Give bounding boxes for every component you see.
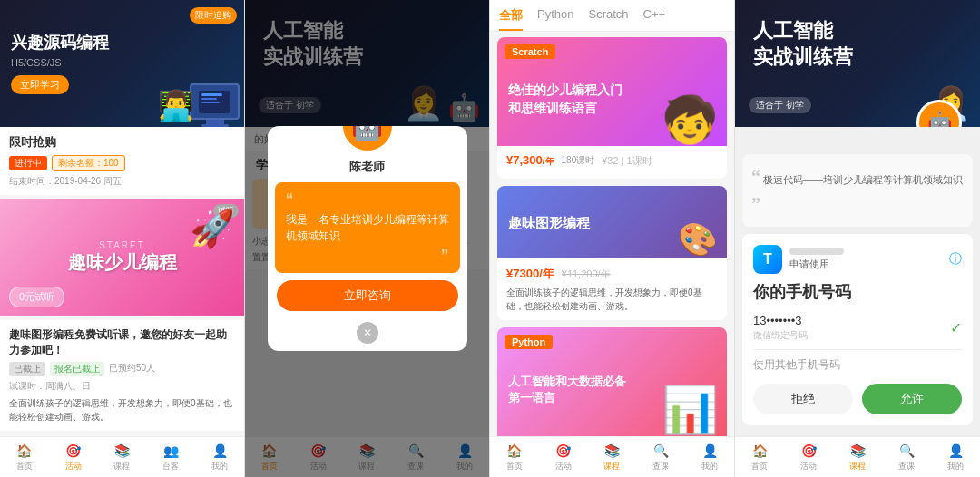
home-icon: 🏠 [16, 443, 33, 459]
scratch-info: ¥7,300/年 180课时 ¥32 | 1课时 [497, 146, 727, 179]
robot-icon: 🤖 [351, 126, 383, 141]
python-title: 人工智能和大数据必备第一语言 [508, 374, 626, 406]
tab-python[interactable]: Python [537, 7, 573, 31]
panel3-nav-activity[interactable]: 🎯 活动 [555, 443, 572, 472]
shapes-desc: 全面训练孩子的逻辑思维，开发想象力，即便0基础，也能轻松创建动画、游戏。 [506, 286, 718, 313]
panel4-bottom-nav: 🏠 首页 🎯 活动 📚 课程 🔍 查课 👤 我的 [735, 436, 980, 477]
home-icon-3: 🏠 [506, 443, 523, 459]
panel4-hero-title: 人工智能实战训练营 [753, 18, 853, 70]
scratch-badge: Scratch [505, 44, 555, 59]
panel3-nav-home[interactable]: 🏠 首页 [506, 443, 523, 472]
panel4-nav-activity-label: 活动 [800, 461, 817, 472]
panel4-phone-label: 微信绑定号码 [753, 329, 808, 342]
panel4-nav-home-label: 首页 [751, 461, 768, 472]
panel-3: 全部 Python Scratch C++ Scratch 绝佳的少儿编程入门和… [490, 0, 735, 477]
panel-2: 人工智能实战训练营 适合于 初学 👩‍💼 🤖 🤖 陈老师 “ 我是一名专业培训少… [245, 0, 490, 477]
profile-icon-3: 👤 [701, 443, 718, 459]
panel4-app-info: 申请使用 [789, 248, 844, 271]
panel1-hero-text: 兴趣源码编程 H5/CSS/JS 立即学习 [11, 33, 109, 94]
search-icon-3: 🔍 [652, 443, 669, 459]
panel4-nav-profile-label: 我的 [947, 461, 964, 472]
panel4-quote-text: “ 极速代码——培训少儿编程等计算机领域知识 ” [751, 163, 964, 218]
panel1-nav-profile-label: 我的 [211, 461, 228, 472]
panel3-nav-courses[interactable]: 📚 课程 [603, 443, 620, 472]
panel1-nav-courses-label: 课程 [113, 461, 130, 472]
panel2-quote-text: 我是一名专业培训少儿编程等计算机领域知识 [286, 211, 449, 244]
panel3-nav-profile-label: 我的 [701, 461, 718, 472]
panel1-nav-courses[interactable]: 📚 课程 [113, 443, 130, 472]
tab-scratch[interactable]: Scratch [588, 7, 628, 31]
panel2-quote-open: “ [286, 191, 449, 208]
python-card-bg: Python 人工智能和大数据必备第一语言 📊 [497, 327, 727, 436]
panel1-registered-count: 已预约50人 [109, 362, 155, 376]
panel4-nav-courses[interactable]: 📚 课程 [849, 443, 866, 472]
panel1-course-desc: 趣味图形编程免费试听课，邀您的好友一起助力参加吧！ 已截止 报名已截止 已预约5… [0, 320, 244, 431]
panel2-modal-teacher: 🤖 陈老师 [268, 126, 467, 175]
course-card-scratch[interactable]: Scratch 绝佳的少儿编程入门和思维训练语言 🧒 ¥7,300/年 180课… [497, 37, 727, 179]
courses-icon-3: 📚 [603, 443, 620, 459]
panel4-request-label: 申请使用 [789, 258, 844, 271]
shapes-price: ¥7300/年 [506, 266, 554, 282]
scratch-price: ¥7,300/年 [506, 153, 554, 168]
panel1-nav-profile[interactable]: 👤 我的 [211, 443, 228, 472]
panel2-modal-avatar: 🤖 [340, 126, 395, 153]
panel2-modal-close-button[interactable]: ✕ [357, 322, 378, 344]
panel2-cta-button[interactable]: 立即咨询 [277, 280, 458, 311]
course-card-shapes[interactable]: 趣味图形编程 🎨 ¥7300/年 ¥11,200/年 全面训练孩子的逻辑思维，开… [497, 186, 727, 320]
panel3-nav-profile[interactable]: 👤 我的 [701, 443, 718, 472]
panel1-hero-title: 兴趣源码编程 [11, 33, 109, 54]
panel1-nav-activity[interactable]: 🎯 活动 [65, 443, 82, 472]
panel4-nav-search[interactable]: 🔍 查课 [898, 443, 915, 472]
panel4-check-icon: ✓ [950, 319, 962, 336]
panel4-permission-dialog: T 申请使用 ⓘ 你的手机号码 13•••••••3 微信绑定号码 ✓ 使用其他… [742, 234, 973, 425]
panel3-course-list: Scratch 绝佳的少儿编程入门和思维训练语言 🧒 ¥7,300/年 180课… [490, 32, 734, 436]
panel1-free-btn[interactable]: 0元试听 [9, 287, 64, 307]
scratch-price-row: ¥7,300/年 180课时 ¥32 | 1课时 [506, 153, 718, 168]
panel4-nav-profile[interactable]: 👤 我的 [947, 443, 964, 472]
python-figure-icon: 📊 [662, 384, 718, 436]
panel1-nav-guests[interactable]: 👥 台客 [162, 443, 179, 472]
search-icon-4: 🔍 [898, 443, 915, 459]
panel1-course-text: 全面训练孩子的逻辑思维，开发想象力，即便0基础，也能轻松创建动画、游戏。 [9, 396, 235, 423]
panel3-nav-home-label: 首页 [506, 461, 523, 472]
scratch-title: 绝佳的少儿编程入门和思维训练语言 [508, 82, 626, 117]
course-card-python[interactable]: Python 人工智能和大数据必备第一语言 📊 ¥14, 160 160 | 1… [497, 327, 727, 436]
panel1-course-title-cn: 趣味少儿编程 [68, 250, 177, 275]
panel1-course-card[interactable]: 试听 STARET 趣味少儿编程 0元试听 🚀 [0, 199, 244, 316]
panel4-allow-button[interactable]: 允许 [862, 384, 962, 414]
shapes-card-bg: 趣味图形编程 🎨 [497, 186, 727, 258]
panel2-modal-overlay: 🤖 陈老师 “ 我是一名专业培训少儿编程等计算机领域知识 ” 立即咨询 ✕ [245, 0, 489, 477]
scratch-hours: 180课时 [562, 154, 595, 167]
panel4-reject-button[interactable]: 拒绝 [753, 384, 853, 414]
panel4-nav-home[interactable]: 🏠 首页 [751, 443, 768, 472]
panel4-quote-close: ” [751, 194, 760, 214]
panel1-hero-banner: 限时追购 兴趣源码编程 H5/CSS/JS 立即学习 👨‍💻 [0, 0, 244, 127]
panel4-nav-search-label: 查课 [898, 461, 915, 472]
panel1-flash-tags: 进行中 剩余名额：100 [9, 155, 235, 171]
tab-cpp[interactable]: C++ [643, 7, 666, 31]
profile-icon: 👤 [211, 443, 228, 459]
panel4-info-icon[interactable]: ⓘ [949, 251, 962, 268]
activity-icon-4: 🎯 [800, 443, 817, 459]
panel1-hero-badge: 限时追购 [190, 7, 237, 24]
panel4-permission-buttons: 拒绝 允许 [753, 384, 962, 414]
python-badge: Python [505, 335, 553, 349]
courses-icon-4: 📚 [849, 443, 866, 459]
panel4-nav-activity[interactable]: 🎯 活动 [800, 443, 817, 472]
panel4-alt-text[interactable]: 使用其他手机号码 [753, 357, 962, 373]
shapes-price-row: ¥7300/年 ¥11,200/年 [506, 266, 718, 282]
panel4-hero-sub[interactable]: 适合于 初学 [749, 97, 811, 113]
scratch-original: ¥32 | 1课时 [602, 154, 652, 168]
guests-icon: 👥 [162, 443, 179, 459]
panel3-bottom-nav: 🏠 首页 🎯 活动 📚 课程 🔍 查课 👤 我的 [490, 436, 734, 477]
panel1-flash-sale: 限时抢购 进行中 剩余名额：100 结束时间：2019-04-26 周五 [0, 127, 244, 195]
tag-registered: 报名已截止 [50, 362, 104, 376]
panel3-nav-search[interactable]: 🔍 查课 [652, 443, 669, 472]
scratch-card-bg: Scratch 绝佳的少儿编程入门和思维训练语言 🧒 [497, 37, 727, 146]
panel1-flash-time: 结束时间：2019-04-26 周五 [9, 175, 235, 188]
shapes-title: 趣味图形编程 [508, 213, 590, 232]
shapes-original: ¥11,200/年 [562, 268, 611, 281]
tab-all[interactable]: 全部 [499, 7, 523, 31]
panel1-nav-home[interactable]: 🏠 首页 [16, 443, 33, 472]
panel1-learn-button[interactable]: 立即学习 [11, 75, 69, 94]
